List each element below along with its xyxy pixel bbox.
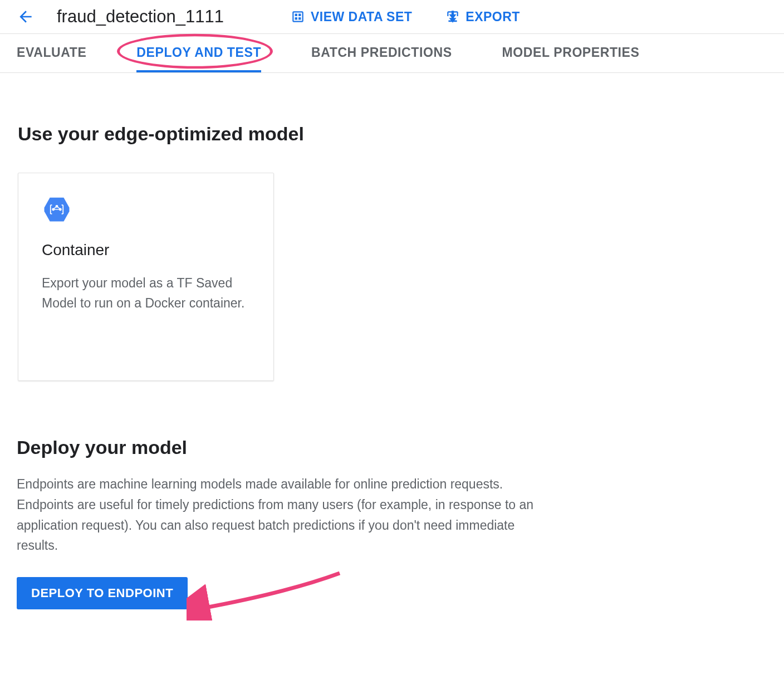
content-area: Use your edge-optimized model Container … bbox=[0, 73, 784, 403]
container-icon bbox=[42, 194, 250, 227]
svg-rect-3 bbox=[298, 17, 301, 19]
container-card[interactable]: Container Export your model as a TF Save… bbox=[18, 173, 274, 381]
svg-rect-2 bbox=[295, 17, 297, 19]
tab-deploy-label: DEPLOY AND TEST bbox=[136, 45, 261, 60]
back-arrow-icon[interactable] bbox=[17, 8, 35, 26]
page-title: fraud_detection_1111 bbox=[57, 7, 224, 27]
deploy-section-text: Endpoints are machine learning models ma… bbox=[17, 474, 546, 556]
view-dataset-button[interactable]: VIEW DATA SET bbox=[291, 9, 412, 25]
dataset-icon bbox=[291, 9, 305, 24]
deploy-to-endpoint-button[interactable]: DEPLOY TO ENDPOINT bbox=[17, 577, 188, 609]
deploy-section-title: Deploy your model bbox=[17, 437, 767, 458]
view-dataset-label: VIEW DATA SET bbox=[311, 9, 412, 25]
tab-evaluate[interactable]: EVALUATE bbox=[17, 34, 86, 72]
edge-section-title: Use your edge-optimized model bbox=[18, 123, 766, 145]
tab-deploy-and-test[interactable]: DEPLOY AND TEST bbox=[136, 34, 261, 72]
container-card-description: Export your model as a TF Saved Model to… bbox=[42, 273, 250, 313]
tabs: EVALUATE DEPLOY AND TEST BATCH PREDICTIO… bbox=[0, 34, 784, 73]
export-label: EXPORT bbox=[465, 9, 520, 25]
annotation-arrow bbox=[187, 570, 348, 621]
deploy-section: Deploy your model Endpoints are machine … bbox=[0, 403, 784, 632]
export-button[interactable]: EXPORT bbox=[445, 9, 520, 25]
container-card-title: Container bbox=[42, 241, 250, 259]
tab-batch-predictions[interactable]: BATCH PREDICTIONS bbox=[311, 34, 452, 72]
tab-model-properties[interactable]: MODEL PROPERTIES bbox=[502, 34, 640, 72]
header-actions: VIEW DATA SET EXPORT bbox=[291, 9, 520, 25]
svg-rect-1 bbox=[298, 14, 301, 16]
svg-rect-4 bbox=[449, 21, 457, 22]
svg-rect-0 bbox=[295, 14, 297, 16]
header: fraud_detection_1111 VIEW DATA SET EXPOR… bbox=[0, 0, 784, 34]
download-icon bbox=[445, 9, 460, 24]
